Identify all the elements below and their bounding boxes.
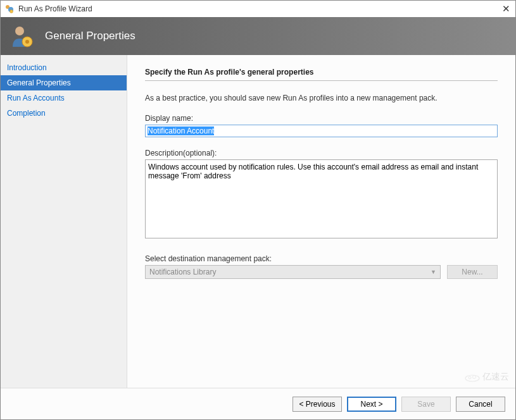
wizard-content: Specify the Run As profile's general pro… [127,55,515,388]
next-button[interactable]: Next > [347,397,396,412]
management-pack-label: Select destination management pack: [145,254,498,263]
svg-point-2 [10,10,13,13]
svg-point-8 [473,376,476,379]
wizard-header: General Properties [1,17,515,55]
svg-point-7 [469,376,471,379]
save-button: Save [401,397,451,412]
management-pack-value: Notifications Library [149,268,216,276]
sidebar-item-introduction[interactable]: Introduction [1,60,127,75]
wizard-sidebar: Introduction General Properties Run As A… [1,55,127,388]
wizard-step-title: General Properties [45,30,135,42]
content-hint: As a best practice, you should save new … [145,94,498,102]
display-name-value: Notification Account [148,127,214,135]
window-title: Run As Profile Wizard [18,4,92,13]
chevron-down-icon: ▼ [431,269,436,275]
description-input[interactable] [145,159,498,238]
sidebar-item-run-as-accounts[interactable]: Run As Accounts [1,90,127,106]
titlebar: Run As Profile Wizard ✕ [1,1,515,17]
svg-point-5 [25,40,29,44]
sidebar-item-general-properties[interactable]: General Properties [1,75,127,90]
close-icon[interactable]: ✕ [502,3,510,15]
svg-point-6 [465,375,479,381]
display-name-label: Display name: [145,114,498,123]
content-heading: Specify the Run As profile's general pro… [145,68,498,81]
previous-button[interactable]: < Previous [293,397,342,412]
watermark: 亿速云 [465,371,509,383]
display-name-input[interactable]: Notification Account [145,125,498,137]
sidebar-item-completion[interactable]: Completion [1,106,127,121]
wizard-footer: < Previous Next > Save Cancel [1,388,515,419]
app-icon [4,4,15,14]
cancel-button[interactable]: Cancel [456,397,505,412]
management-pack-dropdown: Notifications Library ▼ [145,265,441,279]
description-label: Description(optional): [145,149,498,158]
svg-point-3 [15,27,24,35]
wizard-hero-icon [8,23,35,49]
new-management-pack-button: New... [447,265,498,279]
